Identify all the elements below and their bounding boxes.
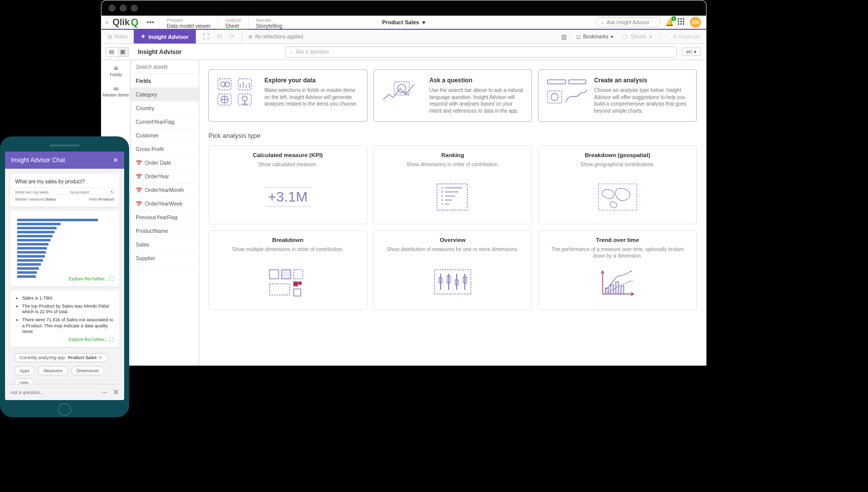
field-label: OrderYearMonth (145, 187, 184, 193)
app-title-dropdown[interactable]: Product Sales ▾ (382, 16, 425, 29)
bar (17, 275, 36, 278)
explore-illustration (216, 77, 258, 107)
field-label: Sales (136, 241, 149, 248)
sheets-dropdown[interactable]: ▢ Sheets ▾ (623, 34, 652, 39)
fields-search-input[interactable] (131, 60, 199, 74)
field-item[interactable]: Supplier (131, 252, 199, 265)
insight-advisor-button[interactable]: ✦ Insight Advisor (134, 30, 196, 43)
global-search[interactable]: ⌕ Ask Insight Advisor (595, 17, 661, 27)
svg-point-7 (242, 96, 247, 101)
map-illustration (546, 179, 689, 215)
send-icon[interactable]: → (100, 388, 108, 397)
panel-toggle[interactable]: ▤ ▦ (105, 47, 129, 57)
field-item[interactable]: Gross Profit (131, 142, 199, 156)
tile-geospatial[interactable]: Breakdown (geospatial) Show geographical… (538, 145, 697, 224)
duplicate-button[interactable]: ⧉ Duplicate (673, 34, 700, 40)
question-input[interactable]: ⌕ Ask a question (285, 46, 677, 58)
field-label: OrderYearWeek (145, 201, 183, 207)
nav-prepare[interactable]: Prepare Data model viewer (159, 16, 218, 29)
fields-tab[interactable]: ≡ Fields (110, 64, 122, 77)
bar (17, 247, 47, 250)
insight-item: There were 71.81k of Sales not associate… (22, 317, 114, 335)
field-item[interactable]: ProductName (131, 224, 199, 238)
bookmarks-dropdown[interactable]: ◻ Bookmarks ▾ (573, 32, 617, 41)
svg-rect-30 (616, 282, 619, 294)
next-sheet-button[interactable]: › (666, 34, 667, 39)
field-item[interactable]: Customer (131, 129, 199, 142)
field-label: Gross Profit (136, 146, 164, 152)
bar (17, 271, 37, 274)
chip-dimensions[interactable]: Dimensions (71, 366, 104, 375)
field-item[interactable]: Sales (131, 238, 199, 252)
field-item[interactable]: CurrentYearFlag (131, 115, 199, 129)
trend-illustration (546, 265, 689, 301)
bar (17, 259, 43, 262)
svg-rect-11 (569, 80, 586, 84)
smart-select-icon[interactable]: ⛶ (203, 33, 209, 40)
chip-measures[interactable]: Measures (38, 366, 68, 375)
bar (17, 263, 41, 266)
step-fwd-icon[interactable]: ⟳ (229, 33, 235, 40)
window-dot[interactable] (120, 5, 127, 12)
insight-bar: ▤ ▦ Insight Advisor ⌕ Ask a question en … (101, 44, 706, 60)
tile-ranking[interactable]: Ranking Show dimensions in order of cont… (373, 145, 532, 224)
field-item[interactable]: Category (131, 88, 199, 102)
close-icon[interactable]: ✕ (113, 157, 118, 164)
card-create[interactable]: Create an analysis Choose an analysis ty… (538, 69, 697, 122)
field-item[interactable]: 📅OrderYear (131, 170, 199, 183)
language-select[interactable]: en ▾ (682, 47, 701, 56)
chat-input[interactable] (10, 390, 96, 395)
phone-home-button[interactable] (58, 403, 71, 416)
chat-question: What are my sales by product? (15, 179, 114, 184)
close-icon[interactable]: ✕ (113, 387, 119, 397)
back-button[interactable]: ‹ (101, 16, 113, 29)
window-titlebar (101, 1, 706, 16)
master-items-tab[interactable]: ∞ Master items (103, 84, 129, 97)
apps-grid-icon[interactable] (678, 18, 686, 26)
notes-button[interactable]: ▤ Notes (101, 34, 134, 39)
svg-point-13 (551, 93, 558, 101)
card-explore[interactable]: Explore your data Make selections in fie… (208, 69, 367, 122)
calendar-icon: 📅 (136, 187, 142, 193)
sheets-icon: ▢ (623, 34, 627, 39)
tile-overview[interactable]: Overview Show distribution of measures f… (373, 230, 532, 310)
field-item[interactable]: 📅OrderYearWeek (131, 197, 199, 211)
chat-body: What are my sales by product? What are m… (5, 169, 124, 384)
prev-sheet-button[interactable]: ‹ (658, 34, 660, 39)
chip-help[interactable]: Help (14, 378, 34, 384)
more-menu[interactable]: ••• (142, 16, 159, 29)
card-desc: Choose an analysis type below. Insight A… (594, 87, 689, 114)
chip-apps[interactable]: Apps (14, 366, 35, 375)
field-item[interactable]: PreviousYearFlag (131, 211, 199, 224)
field-item[interactable]: Country (131, 102, 199, 115)
svg-rect-12 (548, 91, 562, 103)
field-item[interactable]: 📅OrderYearMonth (131, 183, 199, 197)
nav-analyze[interactable]: Analyze Sheet (218, 16, 248, 30)
chevron-down-icon: ▾ (422, 19, 425, 26)
field-item[interactable]: 📅Order Date (131, 156, 199, 170)
bar (17, 219, 98, 221)
user-avatar[interactable]: CM (690, 17, 701, 28)
bar (17, 235, 52, 237)
window-dot[interactable] (131, 5, 138, 12)
bar (17, 231, 55, 233)
tile-breakdown[interactable]: Breakdown Show multiple dimensions in or… (208, 230, 367, 310)
layout-icon[interactable]: ▥ (561, 33, 567, 40)
window-dot[interactable] (108, 5, 116, 12)
card-ask[interactable]: Ask a question Use the search bar above … (373, 69, 532, 122)
main-row: ≡ Fields ∞ Master items Fields CategoryC… (101, 60, 706, 365)
tile-kpi[interactable]: Calculated measure (KPI) Show calculated… (208, 145, 367, 224)
kpi-illustration: +3.1M (216, 179, 360, 215)
close-icon[interactable]: ✕ (98, 355, 102, 360)
step-back-icon[interactable]: ⟲ (216, 33, 222, 40)
nav-narrate[interactable]: Narrate Storytelling (248, 16, 289, 29)
logo: Qlik Q (113, 16, 139, 29)
notifications-button[interactable]: 🔔 1 (665, 18, 674, 26)
explore-further-link[interactable]: Explore this further...⛶ (15, 337, 114, 342)
svg-rect-18 (294, 270, 303, 279)
calendar-icon: 📅 (136, 201, 142, 207)
tile-trend[interactable]: Trend over time The performance of a mea… (538, 230, 697, 310)
analyzing-app-chip[interactable]: Currently analyzing app: Product Sales ✕ (14, 353, 108, 362)
bookmark-icon: ◻ (576, 34, 580, 39)
bar (17, 227, 57, 229)
